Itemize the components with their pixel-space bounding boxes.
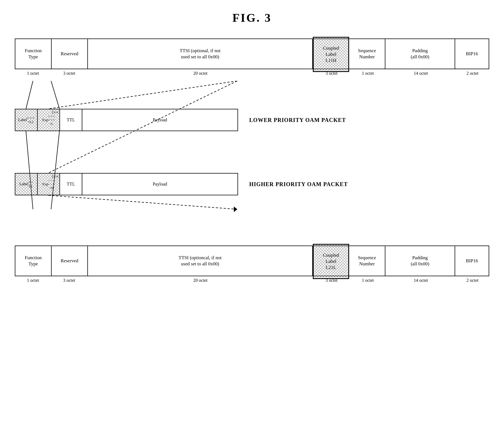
top-seq-cell: SequenceNumber [349,39,385,69]
top-padding-cell: Padding(all 0x00) [385,39,455,69]
bottom-header-bar: FunctionType Reserved TTSI (optioncal, i… [15,246,489,288]
higher-exp-cell: Exp ~ ~ ~~ ~ ~=H S=0 [38,174,60,195]
svg-line-6 [48,195,237,209]
bot-coupled-cell: CoupledLabelL21L [313,244,349,279]
bot-oct-function: 1 octet [15,278,51,283]
svg-line-0 [26,81,33,109]
bot-bip-cell: BIP16 [455,246,489,276]
connecting-lines-svg [15,81,489,237]
bot-oct-padding: 14 octet [386,278,456,283]
higher-packet-bar: Label× ×L1 Exp ~ ~ ~~ ~ ~=H S=0 TTL Payl… [15,173,238,195]
higher-payload-cell: Payload [82,174,237,195]
bot-ttsi-cell: TTSI (optioncal, if notused set to all 0… [88,246,313,276]
lower-ttl-cell: TTL [60,109,82,131]
bot-oct-reserved: 3 octet [51,278,87,283]
bot-reserved-cell: Reserved [52,246,88,276]
svg-line-1 [51,81,59,109]
svg-line-5 [51,131,59,209]
bot-padding-cell: Padding(all 0x00) [385,246,455,276]
top-oct-bip: 2 octet [456,71,489,76]
top-ttsi-cell: TTSI (optional, if notused set to all 0x… [88,39,313,69]
lower-exp-cell: Exp × × ×× × ×=L S=0 [38,109,60,131]
top-oct-seq: 1 octet [350,71,386,76]
bot-seq-cell: SequenceNumber [349,246,385,276]
higher-label-cell: Label× ×L1 [15,174,38,195]
bot-octet-row: 1 octet 3 octet 20 octet 3 octet 1 octet… [15,276,489,288]
top-oct-function: 1 octet [15,71,51,76]
bot-oct-bip: 2 octet [456,278,489,283]
top-octet-row: 1 octet 3 octet 20 octet 3 octet 1 octet… [15,69,489,81]
svg-line-2 [48,81,237,109]
packets-section: Label× × ××L2 Exp × × ×× × ×=L S=0 TTL P… [15,81,489,237]
lower-packet-bar: Label× × ××L2 Exp × × ×× × ×=L S=0 TTL P… [15,109,238,131]
top-function-cell: FunctionType [15,39,52,69]
top-oct-ttsi: 20 octet [87,71,313,76]
top-oct-padding: 14 octet [386,71,456,76]
lower-priority-section: Label× × ××L2 Exp × × ×× × ×=L S=0 TTL P… [15,109,489,131]
lower-priority-label: LOWER PRIORITY OAM PACKET [249,117,346,123]
higher-priority-section: Label× ×L1 Exp ~ ~ ~~ ~ ~=H S=0 TTL Payl… [15,173,489,195]
top-bip-cell: BIP16 [455,39,489,69]
top-oct-reserved: 3 octet [51,71,87,76]
lower-payload-cell: Payload [82,109,237,131]
bot-oct-ttsi: 20 octet [87,278,313,283]
top-header-bar: FunctionType Reserved TTSI (optional, if… [15,39,489,81]
higher-priority-label: HIGHER PRIORITY OAM PACKET [249,181,348,188]
page-title: FIG. 3 [0,0,504,33]
lower-label-cell: Label× × ××L2 [15,109,38,131]
bot-oct-seq: 1 octet [350,278,386,283]
svg-marker-7 [234,206,237,212]
top-coupled-cell: CoupledLabelL11H [313,37,349,72]
svg-line-4 [26,131,33,209]
bot-function-cell: FunctionType [15,246,52,276]
top-reserved-cell: Reserved [52,39,88,69]
higher-ttl-cell: TTL [60,174,82,195]
